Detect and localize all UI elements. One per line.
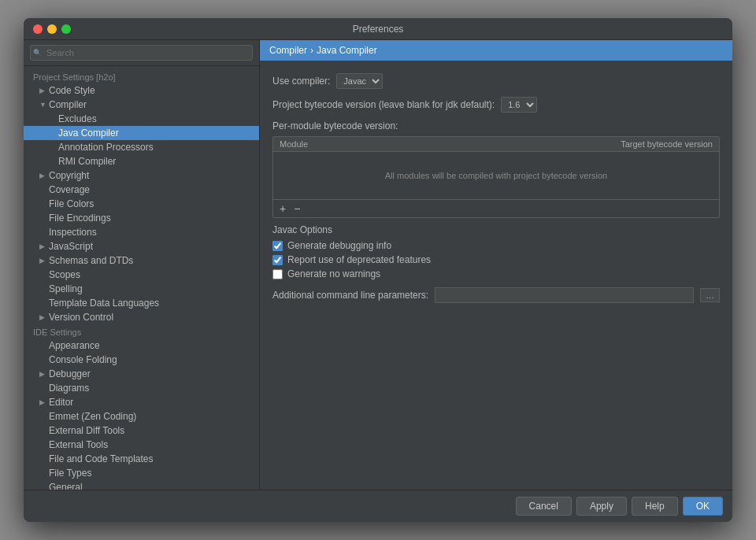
sidebar-item-label: Code Style bbox=[49, 85, 95, 96]
sidebar-item-file-types[interactable]: File Types bbox=[24, 466, 259, 480]
sidebar-item-emmet[interactable]: Emmet (Zen Coding) bbox=[24, 409, 259, 423]
sidebar-item-label: Coverage bbox=[49, 184, 90, 195]
sidebar-item-label: JavaScript bbox=[49, 241, 93, 252]
sidebar-item-schemas-dtds[interactable]: Schemas and DTDs bbox=[24, 253, 259, 268]
sidebar-item-diagrams[interactable]: Diagrams bbox=[24, 381, 259, 395]
bytecode-version-select[interactable]: 1.6 bbox=[501, 97, 537, 113]
sidebar-item-general[interactable]: General bbox=[24, 480, 259, 490]
search-input[interactable] bbox=[30, 45, 253, 61]
traffic-lights bbox=[33, 24, 71, 34]
sidebar-item-label: Version Control bbox=[49, 312, 113, 323]
deprecated-features-checkbox[interactable] bbox=[272, 255, 283, 265]
titlebar: Preferences bbox=[24, 18, 732, 40]
sidebar-item-console-folding[interactable]: Console Folding bbox=[24, 353, 259, 367]
sidebar-item-appearance[interactable]: Appearance bbox=[24, 338, 259, 353]
cmd-browse-button[interactable]: … bbox=[700, 288, 720, 302]
sidebar-item-excludes[interactable]: Excludes bbox=[24, 112, 259, 126]
sidebar-item-label: File Encodings bbox=[49, 213, 111, 224]
col-module: Module bbox=[273, 137, 496, 151]
per-module-title: Per-module bytecode version: bbox=[272, 120, 720, 131]
arrow-icon bbox=[39, 257, 49, 264]
maximize-button[interactable] bbox=[61, 24, 71, 34]
use-compiler-select[interactable]: Javac bbox=[336, 73, 383, 89]
sidebar-item-label: Emmet (Zen Coding) bbox=[49, 411, 136, 422]
sidebar-item-label: External Diff Tools bbox=[49, 425, 124, 436]
breadcrumb-compiler: Compiler bbox=[269, 45, 307, 56]
sidebar-item-label: Inspections bbox=[49, 227, 97, 238]
sidebar-item-file-colors[interactable]: File Colors bbox=[24, 197, 259, 211]
cmd-label: Additional command line parameters: bbox=[272, 290, 428, 301]
bytecode-version-row: Project bytecode version (leave blank fo… bbox=[272, 97, 720, 113]
sidebar-item-external-tools[interactable]: External Tools bbox=[24, 438, 259, 452]
sidebar-item-java-compiler[interactable]: Java Compiler bbox=[24, 126, 259, 140]
sidebar-item-external-diff-tools[interactable]: External Diff Tools bbox=[24, 423, 259, 438]
table-body: All modules will be compiled with projec… bbox=[273, 152, 719, 199]
ok-button[interactable]: OK bbox=[683, 497, 723, 516]
javac-options-section: Javac Options Generate debugging info Re… bbox=[272, 224, 720, 279]
arrow-icon bbox=[39, 101, 49, 109]
remove-module-button[interactable]: − bbox=[291, 202, 303, 215]
sidebar-item-spelling[interactable]: Spelling bbox=[24, 282, 259, 296]
panel-content: Use compiler: Javac Project bytecode ver… bbox=[260, 61, 732, 490]
sidebar-item-label: Annotation Processors bbox=[58, 142, 154, 153]
sidebar-item-version-control[interactable]: Version Control bbox=[24, 310, 259, 324]
no-warnings-checkbox[interactable] bbox=[272, 269, 283, 279]
sidebar-item-label: Template Data Languages bbox=[49, 298, 159, 309]
generate-debug-checkbox[interactable] bbox=[272, 241, 283, 251]
search-bar bbox=[24, 40, 259, 66]
sidebar-item-compiler[interactable]: Compiler bbox=[24, 98, 259, 112]
sidebar-item-label: Diagrams bbox=[49, 383, 89, 394]
sidebar-item-code-style[interactable]: Code Style bbox=[24, 83, 259, 98]
sidebar-item-debugger[interactable]: Debugger bbox=[24, 367, 259, 381]
cmd-input[interactable] bbox=[435, 287, 694, 303]
sidebar-item-coverage[interactable]: Coverage bbox=[24, 183, 259, 197]
apply-button[interactable]: Apply bbox=[576, 497, 627, 516]
sidebar-item-file-and-code-templates[interactable]: File and Code Templates bbox=[24, 452, 259, 466]
arrow-icon bbox=[39, 313, 49, 321]
sidebar-item-label: File Colors bbox=[49, 198, 94, 209]
sidebar-item-annotation-processors[interactable]: Annotation Processors bbox=[24, 140, 259, 154]
project-settings-header: Project Settings [h2o] bbox=[24, 69, 259, 83]
sidebar-item-rmi-compiler[interactable]: RMI Compiler bbox=[24, 154, 259, 168]
sidebar-item-label: Schemas and DTDs bbox=[49, 255, 133, 266]
arrow-icon bbox=[39, 398, 49, 406]
use-compiler-row: Use compiler: Javac bbox=[272, 73, 720, 89]
minimize-button[interactable] bbox=[47, 24, 57, 34]
sidebar-item-copyright[interactable]: Copyright bbox=[24, 168, 259, 183]
arrow-icon bbox=[39, 172, 49, 179]
sidebar-item-label: Copyright bbox=[49, 170, 89, 181]
sidebar-item-label: Editor bbox=[49, 397, 73, 408]
cancel-button[interactable]: Cancel bbox=[516, 497, 572, 516]
table-actions: + − bbox=[273, 199, 719, 217]
sidebar-item-label: RMI Compiler bbox=[58, 156, 116, 167]
panel-header: Compiler › Java Compiler bbox=[260, 40, 732, 61]
cmd-row: Additional command line parameters: … bbox=[272, 287, 720, 303]
table-header: Module Target bytecode version bbox=[273, 137, 719, 152]
search-wrap bbox=[30, 45, 253, 61]
checkbox-row-1: Generate debugging info bbox=[272, 240, 720, 251]
arrow-icon bbox=[39, 87, 49, 94]
arrow-icon bbox=[39, 370, 49, 378]
ide-settings-header: IDE Settings bbox=[24, 324, 259, 338]
sidebar-item-file-encodings[interactable]: File Encodings bbox=[24, 211, 259, 225]
sidebar-item-label: External Tools bbox=[49, 439, 108, 450]
sidebar-item-scopes[interactable]: Scopes bbox=[24, 268, 259, 282]
close-button[interactable] bbox=[33, 24, 43, 34]
sidebar-item-javascript[interactable]: JavaScript bbox=[24, 239, 259, 253]
sidebar-item-editor[interactable]: Editor bbox=[24, 395, 259, 409]
sidebar-item-label: Debugger bbox=[49, 368, 91, 379]
preferences-window: Preferences Project Settings [h2o] Code … bbox=[24, 18, 732, 522]
sidebar-item-label: Compiler bbox=[49, 99, 87, 110]
help-button[interactable]: Help bbox=[632, 497, 678, 516]
add-module-button[interactable]: + bbox=[276, 202, 289, 215]
table-empty-message: All modules will be compiled with projec… bbox=[385, 171, 607, 180]
breadcrumb-separator: › bbox=[310, 45, 313, 56]
deprecated-features-label: Report use of deprecated features bbox=[287, 254, 431, 265]
sidebar-item-inspections[interactable]: Inspections bbox=[24, 225, 259, 239]
sidebar-scroll[interactable]: Project Settings [h2o] Code Style Compil… bbox=[24, 66, 259, 490]
breadcrumb: Compiler › Java Compiler bbox=[269, 45, 723, 56]
sidebar-item-template-data-languages[interactable]: Template Data Languages bbox=[24, 296, 259, 310]
checkbox-row-2: Report use of deprecated features bbox=[272, 254, 720, 265]
sidebar-item-label: Excludes bbox=[58, 113, 97, 124]
checkbox-row-3: Generate no warnings bbox=[272, 268, 720, 279]
